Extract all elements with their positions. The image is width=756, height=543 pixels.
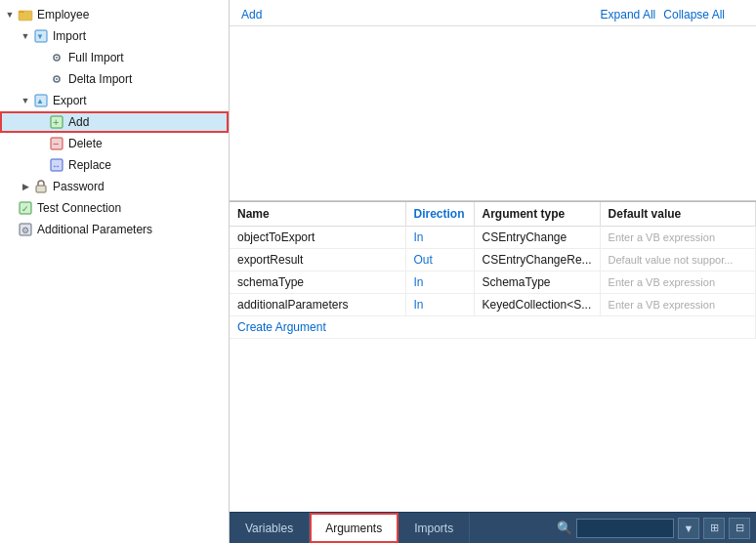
row-direction: In [405,272,474,294]
tree-icon-delete: − [49,136,64,151]
tree-icon-folder [18,7,33,22]
tree-label-password: Password [53,181,105,192]
default-value-placeholder: Enter a VB expression [609,299,715,311]
tree-label-add: Add [68,116,89,128]
row-default-value[interactable]: Enter a VB expression [600,272,755,294]
sidebar-item-full-import[interactable]: Full Import [0,47,229,68]
collapse-all-link[interactable]: Collapse All [663,8,725,21]
row-default-value[interactable]: Enter a VB expression [600,227,755,249]
svg-text:▲: ▲ [36,97,44,105]
tree-icon-export: ▲ [33,93,49,108]
tree-icon-replace: ↔ [49,157,64,173]
table-row[interactable]: additionalParametersInKeyedCollection<S.… [230,294,756,316]
expand-arrow-export[interactable] [20,95,31,106]
sidebar: Employee▼ImportFull ImportDelta Import▲E… [0,0,230,543]
tree-label-additional-parameters: Additional Parameters [37,224,152,235]
top-toolbar: Add Expand All Collapse All [230,0,756,25]
table-area: Name Direction Argument type Default val… [230,201,756,512]
table-row[interactable]: schemaTypeInSchemaTypeEnter a VB express… [230,272,756,294]
row-direction: Out [405,249,474,272]
tree-label-full-import: Full Import [68,52,124,63]
create-argument-label[interactable]: Create Argument [230,316,756,339]
sidebar-item-delta-import[interactable]: Delta Import [0,68,229,90]
tree-label-test-connection: Test Connection [37,202,121,214]
tree-icon-gear [49,50,64,65]
main-content: Add Expand All Collapse All Name Directi… [230,0,756,543]
tab-variables[interactable]: Variables [230,513,310,543]
row-default-value[interactable]: Enter a VB expression [600,294,755,316]
dropdown-btn[interactable]: ▼ [678,518,699,539]
sidebar-item-add[interactable]: +Add [0,111,229,133]
tree-label-export: Export [53,95,87,106]
sidebar-item-test-connection[interactable]: ✓Test Connection [0,197,229,219]
search-input[interactable] [576,519,674,538]
expand-arrow-employee[interactable] [4,9,16,21]
toolbar-left: Add [241,8,262,21]
row-argument-type: SchemaType [474,272,600,294]
tree-icon-import: ▼ [33,28,49,44]
default-value-placeholder: Enter a VB expression [609,276,715,288]
expand-arrow-additional-parameters [4,224,16,235]
sidebar-item-password[interactable]: Password [0,176,229,197]
bottom-right-controls: 🔍 ▼ ⊞ ⊟ [470,513,756,543]
tree-label-delta-import: Delta Import [68,73,132,85]
svg-point-7 [56,78,58,80]
expand-arrow-full-import [35,52,47,63]
expand-all-link[interactable]: Expand All [601,8,656,21]
sidebar-item-replace[interactable]: ↔Replace [0,154,229,176]
row-argument-type: CSEntryChangeRe... [474,249,600,272]
svg-rect-16 [36,186,46,192]
svg-text:+: + [53,116,59,128]
expand-arrow-replace [35,159,47,171]
default-value-placeholder: Default value not suppor... [609,254,734,266]
table-row[interactable]: objectToExportInCSEntryChangeEnter a VB … [230,227,756,249]
add-link[interactable]: Add [241,8,262,21]
tree-label-delete: Delete [68,138,103,149]
tree-icon-test: ✓ [18,200,33,216]
row-name: schemaType [230,272,405,294]
content-area: Add Expand All Collapse All Name Directi… [230,0,756,512]
col-name: Name [230,202,405,227]
sidebar-item-export[interactable]: ▲Export [0,90,229,111]
expand-arrow-password[interactable] [20,181,31,192]
tab-arguments[interactable]: Arguments [310,513,399,543]
create-argument-row[interactable]: Create Argument [230,316,756,339]
col-argument-type: Argument type [474,202,600,227]
search-icon: 🔍 [557,521,572,535]
sidebar-item-import[interactable]: ▼Import [0,25,229,47]
row-name: additionalParameters [230,294,405,316]
svg-text:↔: ↔ [52,161,61,171]
row-default-value[interactable]: Default value not suppor... [600,249,755,272]
sidebar-item-employee[interactable]: Employee [0,4,229,25]
params-scroll-area[interactable] [230,25,756,201]
expand-arrow-delta-import [35,73,47,85]
tree-icon-gear [49,71,64,87]
row-argument-type: KeyedCollection<S... [474,294,600,316]
tab-imports[interactable]: Imports [399,513,470,543]
default-value-placeholder: Enter a VB expression [609,231,715,243]
tree-icon-password [33,179,49,194]
svg-text:−: − [53,138,59,149]
sidebar-item-delete[interactable]: −Delete [0,133,229,154]
col-default-value: Default value [600,202,755,227]
tree-icon-add: + [49,114,64,130]
table-header: Name Direction Argument type Default val… [230,202,756,227]
tree-label-import: Import [53,30,86,42]
icon-btn-1[interactable]: ⊞ [703,518,725,539]
icon-btn-2[interactable]: ⊟ [729,518,750,539]
expand-arrow-import[interactable] [20,30,31,42]
arguments-table: Name Direction Argument type Default val… [230,202,756,339]
svg-text:⚙: ⚙ [21,226,29,235]
expand-arrow-test-connection [4,202,16,214]
table-row[interactable]: exportResultOutCSEntryChangeRe...Default… [230,249,756,272]
svg-point-5 [56,57,58,59]
table-wrapper[interactable]: Name Direction Argument type Default val… [230,202,756,512]
svg-text:✓: ✓ [21,204,29,214]
svg-rect-1 [19,11,24,13]
row-name: exportResult [230,249,405,272]
col-direction: Direction [405,202,474,227]
sidebar-item-additional-parameters[interactable]: ⚙Additional Parameters [0,219,229,240]
expand-arrow-delete [35,138,47,149]
tree-icon-additional: ⚙ [18,222,33,237]
bottom-tabs: Variables Arguments Imports 🔍 ▼ ⊞ ⊟ [230,512,756,543]
